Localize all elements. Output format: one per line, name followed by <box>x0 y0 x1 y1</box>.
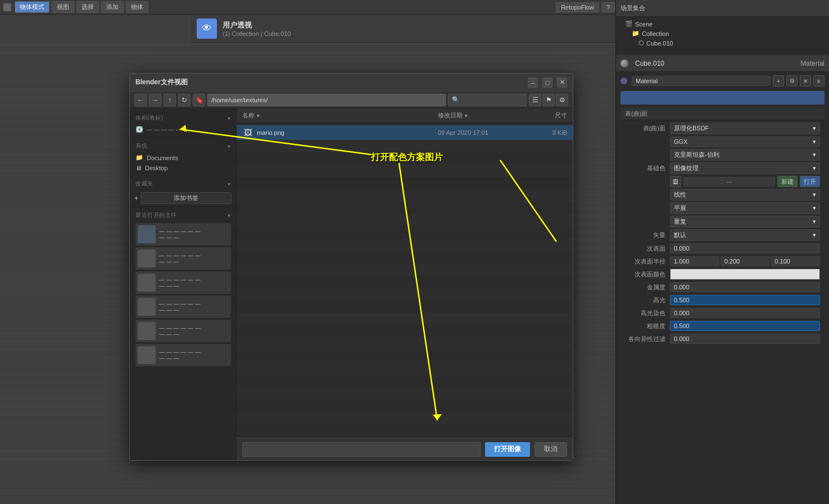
recent-item-1[interactable]: — — — — — —— — — <box>135 223 231 246</box>
texture-new-btn[interactable]: 新建 <box>777 176 798 187</box>
empty-row-6 <box>237 202 573 214</box>
view-info: 用户透视 (1) Collection | Cube.010 <box>223 20 291 37</box>
material-copy-icon[interactable]: ⧉ <box>786 75 798 87</box>
file-item-mario[interactable]: 🖼 mario.png 09 Apr 2020 17:01 3 KiB <box>237 125 573 140</box>
specular-tint-label: 高光染色 <box>625 309 670 317</box>
open-image-btn[interactable]: 打开图像 <box>485 442 530 457</box>
roughness-value[interactable]: 0.500 <box>670 321 820 331</box>
roughness-row: 粗糙度 0.500 <box>625 320 820 332</box>
select-menu-btn[interactable]: 选择 <box>76 1 99 13</box>
column-name[interactable]: 名称 ▾ <box>242 111 438 120</box>
repeat-row: 重复 ▾ <box>625 216 820 228</box>
flat-row: 平展 ▾ <box>625 202 820 214</box>
specular-tint-value[interactable]: 0.000 <box>670 308 820 318</box>
nav-forward-btn[interactable]: → <box>149 94 161 106</box>
anisotropic-label: 各向异性过滤 <box>625 335 670 343</box>
recent-section-header: 最近打开的文件 ▾ <box>130 209 236 221</box>
subsurface-r3[interactable]: 0.100 <box>771 256 820 266</box>
object-menu-btn[interactable]: 物体 <box>126 1 148 13</box>
method-dropdown[interactable]: 克里斯坦森-伯利 ▾ <box>670 149 820 161</box>
sidebar-item-desktop[interactable]: 🖥 Desktop <box>130 163 236 173</box>
subsurface-color-row: 次表面颜色 <box>625 269 820 280</box>
recent-item-4[interactable]: — — — — — —— — — <box>135 296 231 318</box>
use-nodes-btn[interactable] <box>620 91 825 105</box>
dialog-body: 体积(卷标) ▾ 💽 — — — — — — 系统 ▾ 📁 Documents … <box>130 108 573 460</box>
scene-label: Scene <box>635 21 653 28</box>
nav-refresh-btn[interactable]: ↻ <box>178 94 191 106</box>
view-type-icon[interactable]: 👁 <box>197 19 217 39</box>
surface-type-value: 原理化BSDF <box>674 124 709 133</box>
collection-tree-item[interactable]: 📁 Collection <box>620 29 825 38</box>
subsurface-r2[interactable]: 0.200 <box>721 256 770 266</box>
view-settings-btn[interactable]: ⚙ <box>556 94 568 106</box>
recent-item-3[interactable]: — — — — — —— — — <box>135 271 231 294</box>
anisotropic-value[interactable]: 0.000 <box>670 334 820 344</box>
base-color-type-dropdown[interactable]: 图像纹理 ▾ <box>670 162 820 174</box>
recent-item-2[interactable]: — — — — — —— — — <box>135 247 231 270</box>
scene-icon: 🎬 <box>625 20 633 28</box>
help-btn[interactable]: ? <box>601 2 615 12</box>
material-name-field[interactable]: Material <box>632 76 771 86</box>
nav-bookmark-btn[interactable]: 🔖 <box>193 94 205 106</box>
file-icon-mario: 🖼 <box>242 127 253 138</box>
subsurface-r1[interactable]: 1.000 <box>670 256 719 266</box>
metallic-value[interactable]: 0.000 <box>670 282 820 292</box>
cube-tree-item[interactable]: ⬡ Cube.010 <box>620 38 825 48</box>
path-bar[interactable]: /home/user/textures/ <box>207 94 446 106</box>
dialog-minimize-btn[interactable]: – <box>528 78 538 88</box>
distribution-dropdown[interactable]: GGX ▾ <box>670 137 820 147</box>
repeat-dropdown[interactable]: 重复 ▾ <box>670 216 820 228</box>
nav-back-btn[interactable]: ← <box>134 94 147 106</box>
sidebar-item-documents[interactable]: 📁 Documents <box>130 152 236 163</box>
material-new-icon[interactable]: + <box>773 75 784 87</box>
dialog-footer: 打开图像 取消 <box>237 438 573 460</box>
material-delete-icon[interactable]: ✕ <box>800 75 811 87</box>
annotation-text: 打开配色方案图片 <box>371 152 443 164</box>
dialog-maximize-btn[interactable]: □ <box>542 78 552 88</box>
add-bookmark-icon: + <box>134 194 138 202</box>
texture-btns-row: 🖼 — 新建 打开 <box>625 176 820 187</box>
drive-icon: 💽 <box>135 126 143 133</box>
specular-value[interactable]: 0.500 <box>670 295 820 305</box>
column-date[interactable]: 修改日期 ▾ <box>438 111 522 120</box>
add-bookmark-btn[interactable]: 添加书签 <box>141 192 232 204</box>
anisotropic-row: 各向异性过滤 0.000 <box>625 333 820 344</box>
base-color-label: 基础色 <box>625 164 670 172</box>
recent-toggle-icon: ▾ <box>228 212 231 219</box>
view-filter-btn[interactable]: ⚑ <box>542 94 555 106</box>
empty-row-15 <box>237 313 573 325</box>
subsurface-radius-label: 次表面半径 <box>625 257 670 266</box>
recent-item-5[interactable]: — — — — — —— — — <box>135 320 231 342</box>
recent-thumb-img-4 <box>138 298 156 316</box>
dialog-close-btn[interactable]: ✕ <box>557 78 567 88</box>
texture-type-icon-btn[interactable]: 🖼 <box>670 176 681 187</box>
desktop-label: Desktop <box>145 165 167 171</box>
texture-open-btn[interactable]: 打开 <box>800 176 820 187</box>
material-settings-icon[interactable]: ≡ <box>813 75 825 87</box>
empty-row-12 <box>237 276 573 288</box>
mode-select-btn[interactable]: 物体模式 <box>15 1 49 13</box>
linear-dropdown[interactable]: 线性 ▾ <box>670 189 820 201</box>
surface-type-dropdown[interactable]: 原理化BSDF ▾ <box>670 122 820 134</box>
system-label: 系统 <box>135 142 147 150</box>
base-color-chevron-icon: ▾ <box>813 165 816 172</box>
filename-input[interactable] <box>242 442 481 457</box>
nav-up-btn[interactable]: ↑ <box>164 94 176 106</box>
search-bar[interactable]: 🔍 <box>448 94 527 106</box>
add-menu-btn[interactable]: 添加 <box>101 1 124 13</box>
sidebar-item-volumes-1[interactable]: 💽 — — — — — — <box>130 124 236 135</box>
view-menu-btn[interactable]: 视图 <box>52 1 74 13</box>
vector-dropdown[interactable]: 默认 ▾ <box>670 229 820 241</box>
cancel-btn[interactable]: 取消 <box>534 442 567 457</box>
column-size[interactable]: 尺寸 <box>522 111 567 120</box>
file-dialog: Blender文件视图 – □ ✕ ← → ↑ ↻ 🔖 /home/user/t… <box>129 73 573 461</box>
view-list-btn[interactable]: ☰ <box>529 94 541 106</box>
recent-item-6[interactable]: — — — — — —— — — <box>135 344 231 366</box>
subsurface-value[interactable]: 0.000 <box>670 243 820 253</box>
subsurface-color-swatch[interactable] <box>670 269 820 280</box>
flat-dropdown[interactable]: 平展 ▾ <box>670 202 820 214</box>
separator-1 <box>616 52 829 53</box>
subsurface-color-label: 次表面颜色 <box>625 270 670 279</box>
retopoflow-btn[interactable]: RetopoFlow <box>556 2 599 12</box>
cube-name-display: Cube.010 <box>635 60 664 67</box>
